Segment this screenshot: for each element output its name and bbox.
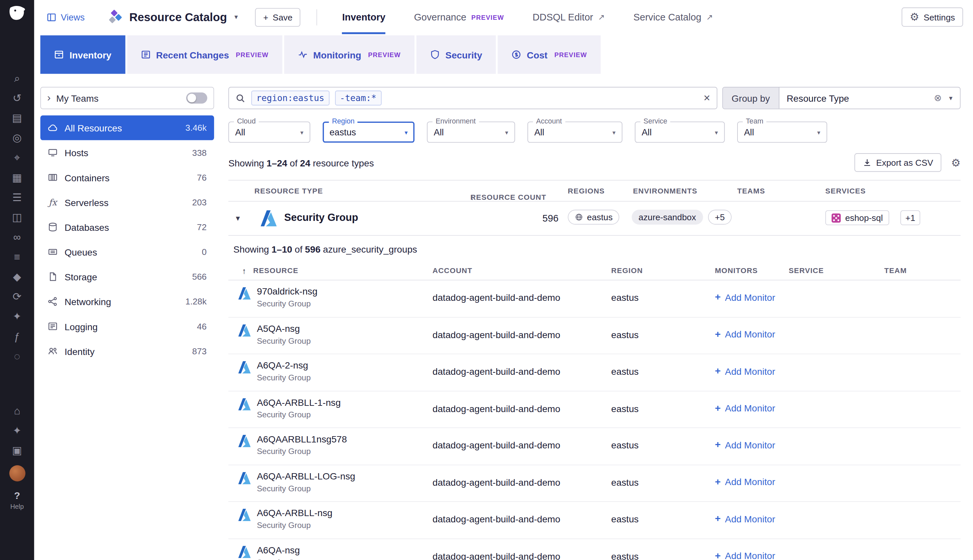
group-by-control: Group by Resource Type ⊗ ▾ — [722, 87, 960, 109]
collapse-chevron-icon[interactable]: ▾ — [236, 213, 240, 223]
add-monitor-link[interactable]: +Add Monitor — [715, 402, 775, 413]
security-icon[interactable]: ◆ — [0, 267, 34, 287]
sidebar-item-storage[interactable]: Storage 566 — [40, 264, 214, 289]
add-monitor-link[interactable]: +Add Monitor — [715, 476, 775, 487]
workflows-icon[interactable]: ⌂ — [0, 401, 34, 421]
query-token[interactable]: region:eastus — [251, 90, 329, 105]
apps-icon[interactable]: ▣ — [0, 440, 34, 460]
datadog-logo[interactable] — [8, 5, 26, 23]
filter-service[interactable]: Service All ▾ — [635, 122, 724, 143]
filter-cloud[interactable]: Cloud All ▾ — [228, 122, 310, 143]
network-icon[interactable]: ∞ — [0, 227, 34, 247]
save-button[interactable]: + Save — [255, 8, 300, 26]
sidebar-item-identity[interactable]: Identity 873 — [40, 339, 214, 363]
environment-more-pill[interactable]: +5 — [708, 210, 731, 225]
error-tracking-icon[interactable]: ✦ — [0, 307, 34, 326]
tab-inventory[interactable]: Inventory — [342, 0, 386, 34]
table-row[interactable]: A6QA-ARBLL-nsg Security Group datadog-ag… — [228, 502, 960, 539]
sidebar-item-queues[interactable]: Queues 0 — [40, 239, 214, 264]
storage-icon — [48, 272, 58, 282]
filter-environment[interactable]: Environment All ▾ — [427, 122, 515, 143]
containers-icon[interactable]: ◫ — [0, 207, 34, 227]
networking-icon — [48, 297, 58, 307]
table-row[interactable]: A6QA-nsg Security Group datadog-agent-bu… — [228, 539, 960, 560]
service-more-chip[interactable]: +1 — [900, 210, 920, 225]
preview-badge: PREVIEW — [471, 13, 504, 21]
sidebar-item-hosts[interactable]: Hosts 338 — [40, 140, 214, 165]
table-row[interactable]: A6QA-ARBLL-LOG-nsg Security Group datado… — [228, 465, 960, 502]
table-row[interactable]: 970aldrick-nsg Security Group datadog-ag… — [228, 280, 960, 317]
sidebar-item-databases[interactable]: Databases 72 — [40, 215, 214, 239]
table-row[interactable]: A6QA-2-nsg Security Group datadog-agent-… — [228, 354, 960, 391]
sidebar-item-logging[interactable]: Logging 46 — [40, 314, 214, 339]
filter-team[interactable]: Team All ▾ — [737, 122, 827, 143]
database-icon — [48, 222, 58, 232]
sidebar-item-networking[interactable]: Networking 1.28k — [40, 289, 214, 314]
clear-search-icon[interactable]: ✕ — [703, 93, 711, 103]
gear-icon: ⚙ — [910, 12, 920, 22]
help-icon[interactable]: ? — [14, 490, 20, 501]
metrics-icon[interactable]: ▤ — [0, 108, 34, 128]
title-chevron-down-icon[interactable]: ▾ — [235, 13, 238, 21]
chevron-right-icon: › — [47, 92, 51, 103]
views-button[interactable]: Views — [47, 12, 85, 22]
globe-icon — [575, 213, 583, 221]
sidebar-item-containers[interactable]: Containers 76 — [40, 165, 214, 190]
table-settings-icon[interactable]: ⚙ — [951, 157, 961, 168]
col-resource[interactable]: RESOURCE — [253, 266, 299, 275]
group-row-security-group[interactable]: ▾ Security Group 596 eastus azure-sandbo… — [228, 202, 960, 236]
settings-button[interactable]: ⚙ Settings — [902, 8, 963, 27]
col-environments: ENVIRONMENTS — [633, 187, 697, 195]
watchdog-icon[interactable]: ↺ — [0, 88, 34, 108]
filter-row: Cloud All ▾ Region eastus ▾ Environment … — [228, 122, 960, 143]
query-token[interactable]: -team:* — [335, 90, 382, 105]
tab-governance[interactable]: Governance PREVIEW — [414, 0, 504, 34]
synthetics-icon[interactable]: ⟳ — [0, 287, 34, 307]
add-monitor-link[interactable]: +Add Monitor — [715, 292, 775, 303]
add-monitor-link[interactable]: +Add Monitor — [715, 550, 775, 560]
sidebar-item-serverless[interactable]: ƒx Serverless 203 — [40, 190, 214, 215]
user-avatar[interactable] — [9, 465, 25, 482]
search-icon[interactable]: ⌕ — [0, 68, 34, 88]
environment-pill[interactable]: azure-sandbox — [632, 210, 703, 225]
subtab-monitoring[interactable]: Monitoring PREVIEW — [284, 35, 414, 73]
infrastructure-icon[interactable]: ▦ — [0, 167, 34, 187]
monitors-icon[interactable]: ◎ — [0, 128, 34, 148]
serverless-icon[interactable]: ƒ — [0, 326, 34, 346]
service-chip[interactable]: eshop-sql — [825, 210, 889, 225]
table-row[interactable]: A6QA-ARBLL-1-nsg Security Group datadog-… — [228, 391, 960, 428]
add-monitor-link[interactable]: +Add Monitor — [715, 513, 775, 524]
group-by-select[interactable]: Resource Type ⊗ ▾ — [779, 88, 960, 108]
add-monitor-link[interactable]: +Add Monitor — [715, 365, 775, 377]
subtab-cost[interactable]: Cost PREVIEW — [498, 35, 601, 73]
logs-icon[interactable]: ≡ — [0, 247, 34, 267]
add-monitor-link[interactable]: +Add Monitor — [715, 328, 775, 340]
search-icon — [235, 93, 246, 103]
filter-region[interactable]: Region eastus ▾ — [323, 122, 414, 143]
clear-group-by-icon[interactable]: ⊗ — [934, 92, 941, 104]
processes-icon[interactable]: ☰ — [0, 187, 34, 207]
filter-account[interactable]: Account All ▾ — [527, 122, 622, 143]
search-input[interactable]: region:eastus -team:* ✕ — [228, 87, 717, 109]
tab-service-catalog[interactable]: Service Catalog ↗ — [634, 0, 713, 34]
subtab-inventory[interactable]: Inventory — [40, 35, 125, 73]
my-teams-switch[interactable] — [186, 92, 207, 104]
sidebar-item-all-resources[interactable]: All Resources 3.46k — [40, 115, 214, 140]
table-row[interactable]: A5QA-nsg Security Group datadog-agent-bu… — [228, 317, 960, 354]
queues-icon — [48, 247, 58, 257]
export-csv-button[interactable]: Export as CSV — [855, 153, 941, 172]
subtab-security[interactable]: Security — [416, 35, 496, 73]
table-row[interactable]: A6QAARBLL1nsg578 Security Group datadog-… — [228, 428, 960, 465]
region-pill[interactable]: eastus — [568, 210, 619, 225]
tab-ddsql-editor[interactable]: DDSQL Editor ↗ — [532, 0, 605, 34]
add-monitor-link[interactable]: +Add Monitor — [715, 439, 775, 450]
sort-asc-icon[interactable]: ↑ — [242, 266, 246, 275]
col-service: SERVICE — [789, 266, 824, 275]
top-bar: Views Resource Catalog ▾ + Save Inventor… — [34, 0, 973, 34]
page-title-group[interactable]: Resource Catalog ▾ — [109, 10, 238, 24]
subtab-recent-changes[interactable]: Recent Changes PREVIEW — [127, 35, 282, 73]
my-teams-toggle-row[interactable]: › My Teams — [40, 87, 214, 109]
traces-icon[interactable]: ⌖ — [0, 148, 34, 167]
ci-icon[interactable]: ◌ — [0, 346, 34, 366]
sparkles-icon[interactable]: ✦ — [0, 421, 34, 440]
